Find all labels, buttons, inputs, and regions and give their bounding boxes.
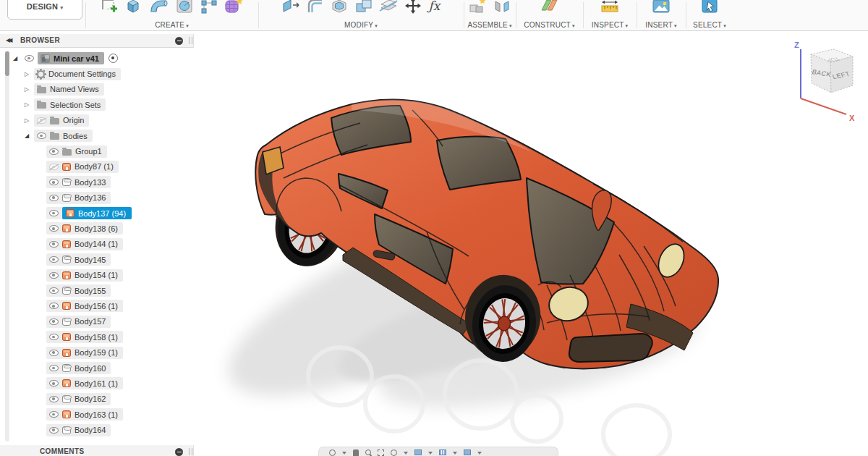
item-pill[interactable]: Body158 (1) [46, 331, 123, 343]
scrollbar-thumb[interactable] [5, 51, 9, 76]
minimize-panel-icon[interactable] [175, 37, 183, 45]
visibility-icon[interactable] [49, 411, 59, 418]
joint-icon[interactable] [493, 0, 511, 14]
item-pill[interactable]: Mini car v41 [38, 52, 104, 64]
dropdown-caret-icon[interactable] [453, 452, 457, 455]
zoom-icon[interactable] [365, 449, 371, 455]
select-group-label[interactable]: SELECT [693, 21, 722, 29]
visibility-icon[interactable] [49, 350, 59, 356]
panel-resize-handle[interactable] [189, 448, 192, 455]
item-pill[interactable]: Body154 (1) [46, 269, 123, 282]
dropdown-caret-icon[interactable] [342, 452, 346, 455]
sweep-icon[interactable] [148, 0, 169, 14]
visibility-icon[interactable] [25, 55, 34, 62]
visibility-icon[interactable] [37, 132, 46, 139]
comments-panel-header[interactable]: COMMENTS [0, 445, 194, 456]
browser-item-body138-6[interactable]: Body138 (6) [0, 221, 194, 236]
display-settings-icon[interactable] [414, 449, 422, 455]
item-pill[interactable]: Body137 (94) [46, 207, 132, 219]
pattern-icon[interactable] [200, 0, 218, 14]
shell-icon[interactable] [330, 0, 349, 14]
item-pill[interactable]: Body155 [46, 284, 111, 297]
construct-plane-icon[interactable] [540, 0, 559, 14]
activate-component-radio[interactable] [109, 54, 118, 63]
grid-settings-icon[interactable] [439, 449, 446, 455]
offset-face-icon[interactable] [379, 0, 399, 14]
extrude-icon[interactable] [124, 0, 142, 14]
view-cube[interactable]: Z X BACK LEFT TOP [794, 41, 855, 122]
collapsed-arrow-icon[interactable]: ▷ [25, 86, 34, 93]
browser-item-body133[interactable]: Body133 [0, 174, 194, 190]
expanded-arrow-icon[interactable]: ◢ [13, 55, 22, 62]
visibility-icon[interactable] [49, 365, 59, 371]
measure-icon[interactable] [600, 0, 620, 14]
item-pill[interactable]: Body163 (1) [46, 408, 123, 421]
item-pill[interactable]: Body87 (1) [46, 161, 119, 173]
browser-item-body154-1[interactable]: Body154 (1) [0, 267, 194, 282]
browser-item-body137-94[interactable]: Body137 (94) [0, 206, 194, 221]
minimize-panel-icon[interactable] [175, 448, 183, 456]
pan-icon[interactable] [353, 449, 359, 456]
browser-item-body157[interactable]: Body157 [0, 314, 194, 329]
change-parameters-icon[interactable]: ƒx [427, 0, 442, 14]
construct-group-label[interactable]: CONSTRUCT [524, 21, 571, 29]
browser-item-body160[interactable]: Body160 [0, 360, 194, 376]
visibility-icon[interactable] [49, 148, 59, 155]
browser-item-body158-1[interactable]: Body158 (1) [0, 329, 194, 345]
fit-icon[interactable] [378, 449, 384, 456]
browser-item-body159-1[interactable]: Body159 (1) [0, 345, 194, 360]
assemble-group-label[interactable]: ASSEMBLE [467, 21, 508, 29]
visibility-icon[interactable] [49, 241, 59, 248]
browser-item-body156-1[interactable]: Body156 (1) [0, 298, 194, 313]
design-workspace-dropdown[interactable]: DESIGN ▾ [7, 0, 82, 20]
dropdown-caret-icon[interactable] [477, 452, 482, 455]
press-pull-icon[interactable] [281, 0, 301, 14]
visibility-off-icon[interactable] [49, 164, 59, 170]
browser-item-body163-1[interactable]: Body163 (1) [0, 407, 194, 422]
modify-group-label[interactable]: MODIFY [344, 21, 373, 29]
item-pill[interactable]: Body136 [46, 192, 111, 204]
select-icon[interactable] [700, 0, 719, 14]
collapsed-arrow-icon[interactable]: ▷ [25, 71, 34, 77]
visibility-icon[interactable] [49, 427, 59, 434]
visibility-off-icon[interactable] [37, 117, 46, 124]
expanded-arrow-icon[interactable]: ◢ [25, 132, 34, 139]
item-pill[interactable]: Body133 [46, 176, 111, 188]
visibility-icon[interactable] [49, 303, 59, 309]
browser-item-bodies[interactable]: ◢Bodies [0, 128, 194, 143]
item-pill[interactable]: Group1 [46, 145, 107, 158]
item-pill[interactable]: Body160 [46, 362, 111, 374]
combine-icon[interactable] [354, 0, 374, 14]
browser-item-body144-1[interactable]: Body144 (1) [0, 237, 194, 252]
visibility-icon[interactable] [49, 195, 59, 201]
visibility-icon[interactable] [49, 334, 59, 340]
visibility-icon[interactable] [49, 396, 59, 402]
item-pill[interactable]: Body156 (1) [46, 300, 123, 312]
item-pill[interactable]: Body159 (1) [46, 347, 123, 359]
visibility-icon[interactable] [49, 179, 59, 185]
panel-resize-handle[interactable] [189, 37, 192, 44]
viewports-icon[interactable] [464, 449, 471, 455]
item-pill[interactable]: Named Views [34, 83, 104, 96]
browser-item-body164[interactable]: Body164 [0, 422, 194, 437]
insert-image-icon[interactable] [651, 0, 671, 14]
visibility-icon[interactable] [49, 210, 59, 216]
item-pill[interactable]: Body138 (6) [46, 222, 123, 235]
browser-item-named-views[interactable]: ▷Named Views [0, 82, 194, 97]
item-pill[interactable]: Origin [34, 114, 89, 127]
browser-item-origin[interactable]: ▷Origin [0, 113, 194, 128]
visibility-icon[interactable] [49, 287, 59, 294]
item-pill[interactable]: Body157 [46, 316, 111, 328]
create-group-label[interactable]: CREATE [155, 21, 184, 29]
browser-item-body155[interactable]: Body155 [0, 283, 194, 298]
browser-item-group1[interactable]: Group1 [0, 143, 194, 159]
item-pill[interactable]: Bodies [34, 130, 93, 142]
create-sketch-icon[interactable] [100, 0, 119, 14]
browser-item-selection-sets[interactable]: ▷Selection Sets [0, 97, 194, 112]
item-pill[interactable]: Selection Sets [34, 98, 106, 111]
create-form-icon[interactable] [224, 0, 244, 14]
dropdown-caret-icon[interactable] [404, 452, 408, 455]
insert-group-label[interactable]: INSERT [645, 21, 673, 29]
move-icon[interactable] [404, 0, 422, 14]
item-pill[interactable]: Body161 (1) [46, 377, 123, 389]
